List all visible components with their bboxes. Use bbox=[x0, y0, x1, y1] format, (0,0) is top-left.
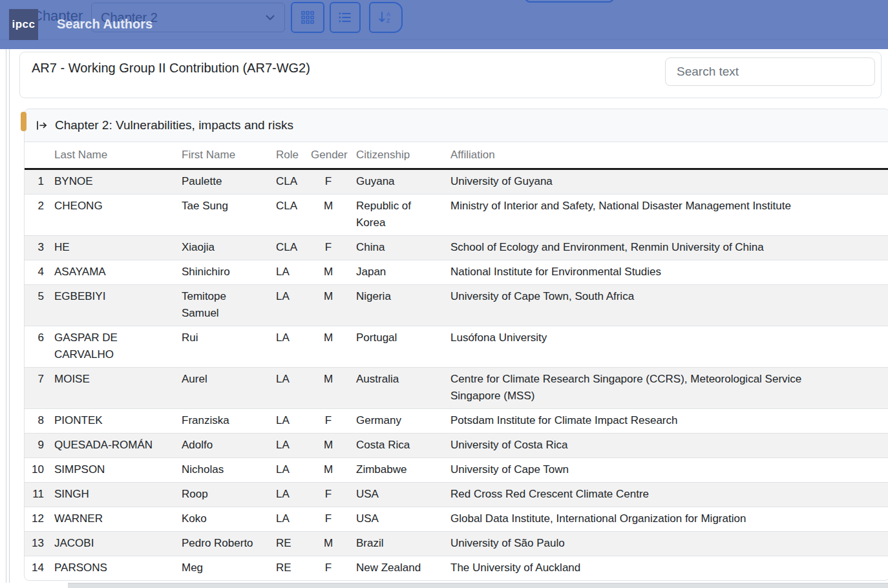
list-icon bbox=[339, 12, 352, 23]
last-name-cell: GASPAR DE CARVALHO bbox=[49, 326, 176, 368]
chapter-heading: Chapter 2: Vulnerabilities, impacts and … bbox=[55, 118, 293, 132]
sort-alpha-button[interactable]: A Z bbox=[369, 2, 403, 33]
report-header-card: AR7 - Working Group II Contribution (AR7… bbox=[19, 52, 882, 98]
svg-text:Z: Z bbox=[386, 17, 390, 24]
role-cell: LA bbox=[271, 458, 306, 483]
affiliation-cell: University of São Paulo bbox=[445, 532, 888, 556]
citizenship-cell: Brazil bbox=[351, 532, 445, 556]
affiliation-cell: Red Cross Red Crescent Climate Centre bbox=[445, 483, 888, 507]
row-number: 12 bbox=[25, 507, 49, 532]
affiliation-cell: The University of Auckland bbox=[445, 556, 888, 581]
gender-cell: F bbox=[306, 236, 351, 260]
column-header-first-name: First Name bbox=[176, 142, 271, 169]
role-cell: LA bbox=[271, 483, 306, 507]
gender-cell: F bbox=[306, 483, 351, 507]
clipped-top-button[interactable] bbox=[525, 0, 614, 3]
citizenship-cell: New Zealand bbox=[351, 556, 445, 581]
row-number: 1 bbox=[25, 169, 49, 194]
citizenship-cell: Costa Rica bbox=[351, 434, 445, 458]
chevron-down-icon bbox=[265, 14, 275, 21]
vertical-scrollbar[interactable] bbox=[6, 49, 10, 583]
search-input[interactable] bbox=[665, 58, 875, 86]
citizenship-cell: Zimbabwe bbox=[351, 458, 445, 483]
gender-cell: M bbox=[306, 434, 351, 458]
row-number: 2 bbox=[25, 194, 49, 236]
table-header-row: Last NameFirst NameRoleGenderCitizenship… bbox=[25, 142, 888, 169]
gender-cell: M bbox=[306, 194, 351, 236]
gender-cell: F bbox=[306, 169, 351, 194]
affiliation-cell: University of Guyana bbox=[445, 169, 888, 194]
chapter-select-value: Chapter 2 bbox=[101, 10, 265, 25]
last-name-cell: BYNOE bbox=[49, 169, 176, 194]
first-name-cell: Paulette bbox=[176, 169, 271, 194]
affiliation-cell: Lusófona University bbox=[445, 326, 888, 368]
gender-cell: M bbox=[306, 285, 351, 326]
role-cell: CLA bbox=[271, 194, 306, 236]
affiliation-cell: University of Costa Rica bbox=[445, 434, 888, 458]
chapter-select[interactable]: Chapter 2 bbox=[91, 3, 285, 32]
row-number: 13 bbox=[25, 532, 49, 556]
last-name-cell: SIMPSON bbox=[49, 458, 176, 483]
gender-cell: M bbox=[306, 368, 351, 409]
citizenship-cell: China bbox=[351, 236, 445, 260]
list-view-button[interactable] bbox=[330, 2, 361, 33]
first-name-cell: Xiaojia bbox=[176, 236, 271, 260]
role-cell: LA bbox=[271, 260, 306, 285]
gender-cell: F bbox=[306, 507, 351, 532]
affiliation-cell: Ministry of Interior and Safety, Nationa… bbox=[445, 194, 888, 236]
role-cell: LA bbox=[271, 285, 306, 326]
citizenship-cell: USA bbox=[351, 483, 445, 507]
chapter-label: Chapter bbox=[32, 8, 83, 25]
chapter-heading-row[interactable]: Chapter 2: Vulnerabilities, impacts and … bbox=[25, 109, 888, 142]
role-cell: CLA bbox=[271, 236, 306, 260]
authors-table-body: 1BYNOEPauletteCLAFGuyanaUniversity of Gu… bbox=[25, 169, 888, 581]
role-cell: LA bbox=[271, 507, 306, 532]
role-cell: LA bbox=[271, 409, 306, 434]
role-cell: LA bbox=[271, 326, 306, 368]
citizenship-cell: Guyana bbox=[351, 169, 445, 194]
row-number: 5 bbox=[25, 285, 49, 326]
grid-view-button[interactable] bbox=[291, 2, 324, 33]
last-name-cell: JACOBI bbox=[49, 532, 176, 556]
table-row: 4ASAYAMAShinichiroLAMJapanNational Insti… bbox=[25, 260, 888, 285]
first-name-cell: Meg bbox=[176, 556, 271, 581]
affiliation-cell: School of Ecology and Environment, Renmi… bbox=[445, 236, 888, 260]
column-header-number bbox=[25, 142, 49, 169]
last-name-cell: WARNER bbox=[49, 507, 176, 532]
first-name-cell: Tae Sung bbox=[176, 194, 271, 236]
last-name-cell: CHEONG bbox=[49, 194, 176, 236]
table-row: 11SINGHRoopLAFUSARed Cross Red Crescent … bbox=[25, 483, 888, 507]
chapter-toolbar: Chapter Chapter 2 bbox=[0, 0, 888, 40]
citizenship-cell: USA bbox=[351, 507, 445, 532]
column-header-role: Role bbox=[271, 142, 306, 169]
last-name-cell: EGBEBIYI bbox=[49, 285, 176, 326]
affiliation-cell: Centre for Climate Research Singapore (C… bbox=[445, 368, 888, 409]
chapter-card: Chapter 2: Vulnerabilities, impacts and … bbox=[24, 109, 888, 581]
column-header-gender: Gender bbox=[306, 142, 351, 169]
affiliation-cell: National Institute for Environmental Stu… bbox=[445, 260, 888, 285]
horizontal-scrollbar[interactable] bbox=[68, 583, 888, 588]
affiliation-cell: Potsdam Institute for Climate Impact Res… bbox=[445, 409, 888, 434]
citizenship-cell: Germany bbox=[351, 409, 445, 434]
first-name-cell: Rui bbox=[176, 326, 271, 368]
first-name-cell: Shinichiro bbox=[176, 260, 271, 285]
first-name-cell: Koko bbox=[176, 507, 271, 532]
row-number: 11 bbox=[25, 483, 49, 507]
affiliation-cell: University of Cape Town bbox=[445, 458, 888, 483]
first-name-cell: Roop bbox=[176, 483, 271, 507]
top-bar: Chapter Chapter 2 bbox=[0, 0, 888, 49]
table-row: 7MOISEAurelLAMAustraliaCentre for Climat… bbox=[25, 368, 888, 409]
first-name-cell: Aurel bbox=[176, 368, 271, 409]
row-number: 8 bbox=[25, 409, 49, 434]
role-cell: LA bbox=[271, 434, 306, 458]
table-row: 12WARNERKokoLAFUSAGlobal Data Institute,… bbox=[25, 507, 888, 532]
citizenship-cell: Japan bbox=[351, 260, 445, 285]
last-name-cell: MOISE bbox=[49, 368, 176, 409]
row-number: 7 bbox=[25, 368, 49, 409]
last-name-cell: PIONTEK bbox=[49, 409, 176, 434]
last-name-cell: PARSONS bbox=[49, 556, 176, 581]
table-row: 13JACOBIPedro RobertoREMBrazilUniversity… bbox=[25, 532, 888, 556]
sort-alpha-icon: A Z bbox=[379, 11, 393, 24]
last-name-cell: SINGH bbox=[49, 483, 176, 507]
first-name-cell: Adolfo bbox=[176, 434, 271, 458]
